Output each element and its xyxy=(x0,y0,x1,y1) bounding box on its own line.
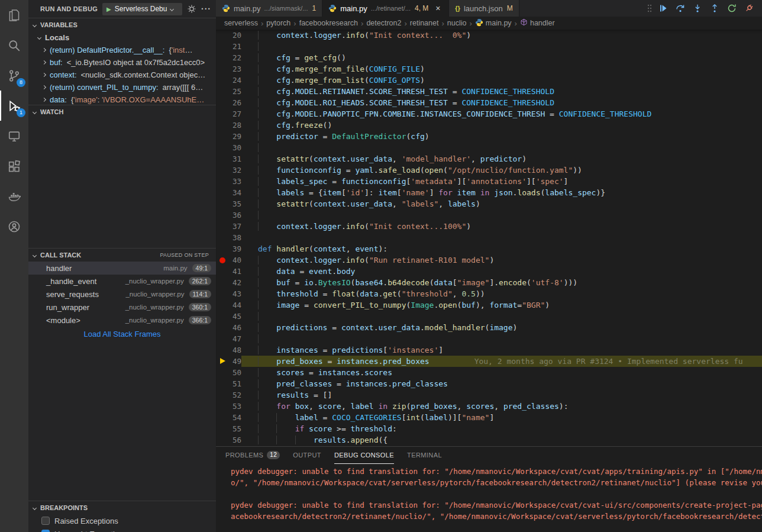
activity-item-docker[interactable] xyxy=(0,181,28,211)
code-line[interactable]: 45 xyxy=(216,311,762,322)
gutter-glyph-margin[interactable] xyxy=(216,165,231,176)
activity-item-search[interactable] xyxy=(0,30,28,60)
panel-tab-problems[interactable]: PROBLEMS12 xyxy=(225,447,280,464)
gutter-glyph-margin[interactable] xyxy=(216,232,231,243)
code-line-content[interactable]: for box, score, label in zip(pred_boxes,… xyxy=(241,401,762,412)
variables-section-header[interactable]: VARIABLES xyxy=(28,18,216,31)
code-line[interactable]: 48 instances = predictions['instances'] xyxy=(216,344,762,356)
panel-tab-debug-console[interactable]: DEBUG CONSOLE xyxy=(334,447,394,464)
disconnect-icon[interactable] xyxy=(743,2,755,14)
code-line-content[interactable]: cfg.MODEL.PANOPTIC_FPN.COMBINE.INSTANCES… xyxy=(241,108,762,120)
line-number[interactable]: 44 xyxy=(231,299,241,311)
gutter-glyph-margin[interactable] xyxy=(216,434,231,446)
code-line[interactable]: 47 xyxy=(216,333,762,344)
code-line-content[interactable] xyxy=(241,142,762,153)
code-line[interactable]: 49 pred_boxes = instances.pred_boxesYou,… xyxy=(216,356,762,367)
step-into-icon[interactable] xyxy=(692,2,703,14)
start-debugging-icon[interactable]: ▶ xyxy=(106,6,111,12)
variable-row[interactable]: data:{'image': 'iVBOR.OXG=AAAANSUhE… xyxy=(28,93,216,105)
code-line[interactable]: 30 xyxy=(216,142,762,153)
code-line[interactable]: 25 cfg.MODEL.RETINANET.SCORE_THRESH_TEST… xyxy=(216,86,762,97)
gutter-glyph-margin[interactable] xyxy=(216,401,231,412)
code-line-content[interactable]: setattr(context.user_data, "labels", lab… xyxy=(241,198,762,209)
gutter-glyph-margin[interactable] xyxy=(216,277,231,288)
code-line-content[interactable]: image = convert_PIL_to_numpy(Image.open(… xyxy=(241,299,762,311)
gutter-glyph-margin[interactable] xyxy=(216,41,231,52)
gutter-glyph-margin[interactable] xyxy=(216,423,231,434)
stack-frame-row[interactable]: serve_requests_nuclio_wrapper.py114:1 xyxy=(28,288,216,301)
activity-item-run-and-debug[interactable]: 1 xyxy=(0,91,28,121)
code-line-content[interactable]: context.logger.info("Init context...100%… xyxy=(241,221,762,232)
breadcrumb-item[interactable]: main.py xyxy=(475,18,512,28)
editor-tab[interactable]: {}launch.jsonM xyxy=(449,0,519,17)
stack-frame-row[interactable]: <module>_nuclio_wrapper.py366:1 xyxy=(28,314,216,327)
line-number[interactable]: 51 xyxy=(231,378,241,389)
gutter-glyph-margin[interactable] xyxy=(216,311,231,322)
code-line[interactable]: 26 cfg.MODEL.ROI_HEADS.SCORE_THRESH_TEST… xyxy=(216,97,762,108)
more-actions-icon[interactable]: ··· xyxy=(201,4,211,14)
code-line-content[interactable]: cfg.freeze() xyxy=(241,120,762,131)
gutter-glyph-margin[interactable] xyxy=(216,254,231,266)
checkbox[interactable] xyxy=(41,530,50,532)
gutter-glyph-margin[interactable] xyxy=(216,52,231,63)
code-line[interactable]: 27 cfg.MODEL.PANOPTIC_FPN.COMBINE.INSTAN… xyxy=(216,108,762,120)
toolbar-grip-icon[interactable] xyxy=(647,4,652,12)
code-line-content[interactable] xyxy=(241,232,762,243)
code-line-content[interactable]: scores = instances.scores xyxy=(241,367,762,378)
line-number[interactable]: 38 xyxy=(231,232,241,243)
breakpoint-icon[interactable] xyxy=(219,257,225,263)
gutter-glyph-margin[interactable] xyxy=(216,378,231,389)
code-line[interactable]: 33 labels_spec = functionconfig['metadat… xyxy=(216,176,762,187)
breakpoint-row[interactable]: Raised Exceptions xyxy=(28,514,216,527)
code-line[interactable]: 42 buf = io.BytesIO(base64.b64decode(dat… xyxy=(216,277,762,288)
code-line[interactable]: 55 if score >= threshold: xyxy=(216,423,762,434)
code-line[interactable]: 44 image = convert_PIL_to_numpy(Image.op… xyxy=(216,299,762,311)
gutter-glyph-margin[interactable] xyxy=(216,142,231,153)
line-number[interactable]: 47 xyxy=(231,333,241,344)
code-line[interactable]: 28 cfg.freeze() xyxy=(216,120,762,131)
activity-item-extensions[interactable] xyxy=(0,151,28,181)
code-line[interactable]: 32 functionconfig = yaml.safe_load(open(… xyxy=(216,165,762,176)
gutter-glyph-margin[interactable] xyxy=(216,131,231,142)
line-number[interactable]: 24 xyxy=(231,75,241,86)
line-number[interactable]: 25 xyxy=(231,86,241,97)
line-number[interactable]: 53 xyxy=(231,401,241,412)
gutter-glyph-margin[interactable] xyxy=(216,86,231,97)
code-line-content[interactable]: instances = predictions['instances'] xyxy=(241,344,762,356)
code-line-content[interactable]: predictor = DefaultPredictor(cfg) xyxy=(241,131,762,142)
code-line[interactable]: 56 results.append({ xyxy=(216,434,762,446)
gutter-glyph-margin[interactable] xyxy=(216,75,231,86)
line-number[interactable]: 43 xyxy=(231,288,241,299)
code-line[interactable]: 39def handler(context, event): xyxy=(216,243,762,254)
code-line-content[interactable] xyxy=(241,333,762,344)
continue-icon[interactable] xyxy=(657,2,669,14)
code-line[interactable]: 53 for box, score, label in zip(pred_box… xyxy=(216,401,762,412)
line-number[interactable]: 54 xyxy=(231,412,241,423)
code-line-content[interactable]: pred_boxes = instances.pred_boxesYou, 2 … xyxy=(241,356,762,367)
code-line-content[interactable]: cfg.MODEL.RETINANET.SCORE_THRESH_TEST = … xyxy=(241,86,762,97)
gutter-glyph-margin[interactable] xyxy=(216,333,231,344)
code-line[interactable]: 35 setattr(context.user_data, "labels", … xyxy=(216,198,762,209)
gutter-glyph-margin[interactable] xyxy=(216,299,231,311)
code-line[interactable]: 52 results = [] xyxy=(216,389,762,401)
line-number[interactable]: 55 xyxy=(231,423,241,434)
debug-config-dropdown[interactable]: ▶ Serverless Debu xyxy=(102,3,182,15)
gutter-glyph-margin[interactable] xyxy=(216,153,231,165)
gutter-glyph-margin[interactable] xyxy=(216,176,231,187)
stack-frame-row[interactable]: _handle_event_nuclio_wrapper.py262:1 xyxy=(28,275,216,288)
line-number[interactable]: 32 xyxy=(231,165,241,176)
variable-row[interactable]: buf:<_io.BytesIO object at 0x7f5a2dc1ecc… xyxy=(28,56,216,69)
code-line[interactable]: 43 threshold = float(data.get("threshold… xyxy=(216,288,762,299)
editor-tab[interactable]: main.py.../siammask/...1 xyxy=(216,0,322,17)
gutter-glyph-margin[interactable] xyxy=(216,344,231,356)
code-line-content[interactable]: labels_spec = functionconfig['metadata']… xyxy=(241,176,762,187)
code-line[interactable]: 34 labels = {item['id']: item['name'] fo… xyxy=(216,187,762,198)
line-number[interactable]: 37 xyxy=(231,221,241,232)
line-number[interactable]: 39 xyxy=(231,243,241,254)
line-number[interactable]: 35 xyxy=(231,198,241,209)
line-number[interactable]: 28 xyxy=(231,120,241,131)
gutter-glyph-margin[interactable] xyxy=(216,367,231,378)
code-line[interactable]: 20 context.logger.info("Init context... … xyxy=(216,30,762,41)
code-line-content[interactable]: data = event.body xyxy=(241,266,762,277)
checkbox[interactable] xyxy=(41,517,50,525)
